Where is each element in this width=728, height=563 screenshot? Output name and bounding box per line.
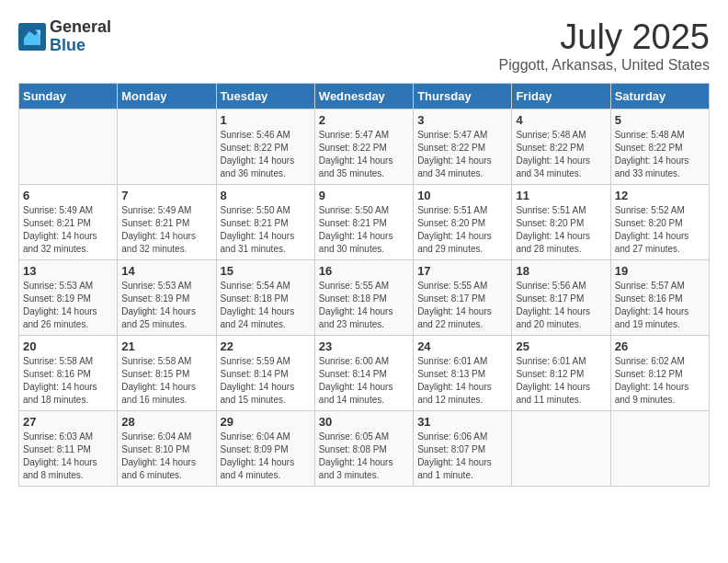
day-number: 21 <box>121 339 211 353</box>
day-number: 31 <box>417 415 507 429</box>
calendar-body: 1Sunrise: 5:46 AM Sunset: 8:22 PM Daylig… <box>19 109 710 486</box>
week-row-1: 1Sunrise: 5:46 AM Sunset: 8:22 PM Daylig… <box>19 109 710 184</box>
day-info: Sunrise: 6:01 AM Sunset: 8:13 PM Dayligh… <box>417 356 492 405</box>
day-cell: 25Sunrise: 6:01 AM Sunset: 8:12 PM Dayli… <box>512 335 610 410</box>
day-cell: 4Sunrise: 5:48 AM Sunset: 8:22 PM Daylig… <box>512 109 610 184</box>
calendar-table: SundayMondayTuesdayWednesdayThursdayFrid… <box>18 83 710 487</box>
day-info: Sunrise: 5:53 AM Sunset: 8:19 PM Dayligh… <box>23 281 97 329</box>
day-info: Sunrise: 5:51 AM Sunset: 8:20 PM Dayligh… <box>417 205 492 254</box>
day-number: 29 <box>221 415 311 429</box>
logo-text: General Blue <box>50 18 111 55</box>
header-cell-sunday: Sunday <box>19 83 118 109</box>
day-cell: 27Sunrise: 6:03 AM Sunset: 8:11 PM Dayli… <box>19 410 118 486</box>
day-cell: 5Sunrise: 5:48 AM Sunset: 8:22 PM Daylig… <box>610 109 709 184</box>
day-number: 6 <box>23 189 113 202</box>
day-number: 28 <box>121 415 211 429</box>
day-cell: 22Sunrise: 5:59 AM Sunset: 8:14 PM Dayli… <box>216 335 314 410</box>
header-cell-saturday: Saturday <box>610 83 709 109</box>
day-cell: 3Sunrise: 5:47 AM Sunset: 8:22 PM Daylig… <box>414 109 512 184</box>
day-cell: 15Sunrise: 5:54 AM Sunset: 8:18 PM Dayli… <box>216 259 314 335</box>
day-number: 5 <box>615 113 705 127</box>
week-row-4: 20Sunrise: 5:58 AM Sunset: 8:16 PM Dayli… <box>19 335 710 410</box>
header-cell-wednesday: Wednesday <box>314 83 413 109</box>
day-number: 8 <box>221 189 311 202</box>
day-info: Sunrise: 5:50 AM Sunset: 8:21 PM Dayligh… <box>221 205 295 254</box>
logo-icon <box>18 23 46 51</box>
day-info: Sunrise: 5:48 AM Sunset: 8:22 PM Dayligh… <box>615 130 689 178</box>
day-cell: 14Sunrise: 5:53 AM Sunset: 8:19 PM Dayli… <box>118 259 216 335</box>
day-cell: 17Sunrise: 5:55 AM Sunset: 8:17 PM Dayli… <box>414 259 512 335</box>
day-number: 14 <box>121 264 211 278</box>
day-info: Sunrise: 5:54 AM Sunset: 8:18 PM Dayligh… <box>221 281 295 329</box>
day-info: Sunrise: 6:06 AM Sunset: 8:07 PM Dayligh… <box>417 431 492 480</box>
day-info: Sunrise: 6:00 AM Sunset: 8:14 PM Dayligh… <box>319 356 393 405</box>
logo: General Blue <box>18 18 111 55</box>
day-cell: 12Sunrise: 5:52 AM Sunset: 8:20 PM Dayli… <box>610 184 709 259</box>
day-info: Sunrise: 5:55 AM Sunset: 8:17 PM Dayligh… <box>417 281 492 329</box>
day-cell: 21Sunrise: 5:58 AM Sunset: 8:15 PM Dayli… <box>118 335 216 410</box>
day-number: 11 <box>516 189 606 202</box>
day-cell: 2Sunrise: 5:47 AM Sunset: 8:22 PM Daylig… <box>314 109 413 184</box>
day-number: 13 <box>23 264 113 278</box>
day-cell: 23Sunrise: 6:00 AM Sunset: 8:14 PM Dayli… <box>314 335 413 410</box>
day-number: 30 <box>319 415 409 429</box>
day-number: 23 <box>319 339 409 353</box>
day-number: 9 <box>319 189 409 202</box>
day-cell: 26Sunrise: 6:02 AM Sunset: 8:12 PM Dayli… <box>610 335 709 410</box>
day-cell: 1Sunrise: 5:46 AM Sunset: 8:22 PM Daylig… <box>216 109 314 184</box>
logo-general: General <box>50 18 111 37</box>
subtitle: Piggott, Arkansas, United States <box>499 57 710 74</box>
header-cell-tuesday: Tuesday <box>216 83 314 109</box>
header-row: SundayMondayTuesdayWednesdayThursdayFrid… <box>19 83 710 109</box>
day-number: 25 <box>516 339 606 353</box>
day-cell <box>610 410 709 486</box>
day-number: 19 <box>615 264 705 278</box>
day-number: 22 <box>221 339 311 353</box>
day-cell: 8Sunrise: 5:50 AM Sunset: 8:21 PM Daylig… <box>216 184 314 259</box>
day-info: Sunrise: 5:49 AM Sunset: 8:21 PM Dayligh… <box>121 205 196 254</box>
day-cell: 20Sunrise: 5:58 AM Sunset: 8:16 PM Dayli… <box>19 335 118 410</box>
day-cell <box>512 410 610 486</box>
day-cell: 28Sunrise: 6:04 AM Sunset: 8:10 PM Dayli… <box>118 410 216 486</box>
day-number: 3 <box>417 113 507 127</box>
day-info: Sunrise: 5:56 AM Sunset: 8:17 PM Dayligh… <box>516 281 590 329</box>
week-row-2: 6Sunrise: 5:49 AM Sunset: 8:21 PM Daylig… <box>19 184 710 259</box>
day-number: 4 <box>516 113 606 127</box>
header-cell-friday: Friday <box>512 83 610 109</box>
day-cell: 7Sunrise: 5:49 AM Sunset: 8:21 PM Daylig… <box>118 184 216 259</box>
day-cell: 19Sunrise: 5:57 AM Sunset: 8:16 PM Dayli… <box>610 259 709 335</box>
logo-blue: Blue <box>50 37 111 55</box>
day-number: 20 <box>23 339 113 353</box>
day-number: 27 <box>23 415 113 429</box>
day-number: 24 <box>417 339 507 353</box>
day-cell: 18Sunrise: 5:56 AM Sunset: 8:17 PM Dayli… <box>512 259 610 335</box>
day-info: Sunrise: 5:49 AM Sunset: 8:21 PM Dayligh… <box>23 205 97 254</box>
day-cell <box>19 109 118 184</box>
header-cell-monday: Monday <box>118 83 216 109</box>
day-number: 17 <box>417 264 507 278</box>
week-row-5: 27Sunrise: 6:03 AM Sunset: 8:11 PM Dayli… <box>19 410 710 486</box>
day-info: Sunrise: 5:53 AM Sunset: 8:19 PM Dayligh… <box>121 281 196 329</box>
header-cell-thursday: Thursday <box>414 83 512 109</box>
day-info: Sunrise: 5:46 AM Sunset: 8:22 PM Dayligh… <box>221 130 295 178</box>
day-cell: 10Sunrise: 5:51 AM Sunset: 8:20 PM Dayli… <box>414 184 512 259</box>
day-number: 10 <box>417 189 507 202</box>
day-cell: 6Sunrise: 5:49 AM Sunset: 8:21 PM Daylig… <box>19 184 118 259</box>
day-cell: 29Sunrise: 6:04 AM Sunset: 8:09 PM Dayli… <box>216 410 314 486</box>
day-number: 18 <box>516 264 606 278</box>
day-number: 1 <box>221 113 311 127</box>
day-info: Sunrise: 5:52 AM Sunset: 8:20 PM Dayligh… <box>615 205 689 254</box>
day-cell: 30Sunrise: 6:05 AM Sunset: 8:08 PM Dayli… <box>314 410 413 486</box>
day-info: Sunrise: 5:58 AM Sunset: 8:15 PM Dayligh… <box>121 356 196 405</box>
day-cell <box>118 109 216 184</box>
day-info: Sunrise: 6:02 AM Sunset: 8:12 PM Dayligh… <box>615 356 689 405</box>
day-cell: 9Sunrise: 5:50 AM Sunset: 8:21 PM Daylig… <box>314 184 413 259</box>
day-info: Sunrise: 6:04 AM Sunset: 8:09 PM Dayligh… <box>221 431 295 480</box>
day-info: Sunrise: 5:58 AM Sunset: 8:16 PM Dayligh… <box>23 356 97 405</box>
day-number: 26 <box>615 339 705 353</box>
day-info: Sunrise: 5:51 AM Sunset: 8:20 PM Dayligh… <box>516 205 590 254</box>
week-row-3: 13Sunrise: 5:53 AM Sunset: 8:19 PM Dayli… <box>19 259 710 335</box>
day-info: Sunrise: 5:48 AM Sunset: 8:22 PM Dayligh… <box>516 130 590 178</box>
day-info: Sunrise: 6:03 AM Sunset: 8:11 PM Dayligh… <box>23 431 97 480</box>
day-cell: 11Sunrise: 5:51 AM Sunset: 8:20 PM Dayli… <box>512 184 610 259</box>
